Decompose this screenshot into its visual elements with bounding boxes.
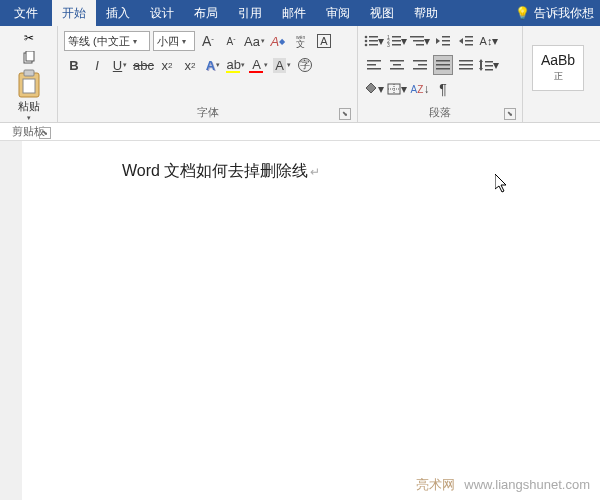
- svg-rect-43: [480, 62, 482, 68]
- document-text[interactable]: Word 文档如何去掉删除线: [122, 162, 308, 179]
- paragraph-launcher-icon[interactable]: ⬊: [504, 108, 516, 120]
- svg-rect-1: [26, 51, 34, 61]
- shrink-font-icon[interactable]: Aˇ: [221, 31, 241, 51]
- increase-indent-icon[interactable]: [456, 31, 476, 51]
- svg-rect-30: [367, 68, 381, 70]
- svg-rect-3: [24, 70, 34, 76]
- menu-tab-insert[interactable]: 插入: [96, 0, 140, 26]
- svg-rect-33: [390, 68, 404, 70]
- svg-rect-36: [413, 68, 427, 70]
- menu-tab-help[interactable]: 帮助: [404, 0, 448, 26]
- tell-me-label: 告诉我你想: [534, 5, 594, 22]
- bullets-icon[interactable]: ▾: [364, 31, 384, 51]
- align-right-icon[interactable]: [410, 55, 430, 75]
- group-paragraph-title: 段落 ⬊: [362, 103, 518, 122]
- group-paragraph: ▾ 123▾ ▾ A↕▾: [358, 26, 523, 122]
- svg-rect-18: [392, 44, 401, 46]
- menu-tab-home[interactable]: 开始: [52, 0, 96, 26]
- document-page[interactable]: Word 文档如何去掉删除线↵: [22, 141, 600, 500]
- clipboard-launcher-icon[interactable]: ⬊: [39, 127, 51, 139]
- asian-layout-icon[interactable]: A↕▾: [479, 31, 499, 51]
- paste-button[interactable]: 粘贴 ▾: [10, 69, 48, 122]
- tell-me[interactable]: 💡 告诉我你想: [509, 0, 600, 26]
- svg-rect-22: [442, 36, 450, 38]
- bold-button[interactable]: B: [64, 55, 84, 75]
- svg-rect-34: [413, 60, 427, 62]
- show-marks-icon[interactable]: ¶: [433, 79, 453, 99]
- svg-rect-24: [442, 44, 450, 46]
- char-border-icon[interactable]: A: [314, 31, 334, 51]
- menu-file[interactable]: 文件: [0, 0, 52, 26]
- italic-button[interactable]: I: [87, 55, 107, 75]
- superscript-button[interactable]: x2: [180, 55, 200, 75]
- svg-rect-27: [465, 44, 473, 46]
- align-left-icon[interactable]: [364, 55, 384, 75]
- distribute-icon[interactable]: [456, 55, 476, 75]
- svg-text:文: 文: [296, 39, 305, 48]
- group-clipboard: ✂ 粘贴 ▾ 剪贴板 ⬊: [0, 26, 58, 122]
- menu-tab-layout[interactable]: 布局: [184, 0, 228, 26]
- phonetic-guide-icon[interactable]: wén文: [291, 31, 311, 51]
- svg-rect-35: [418, 64, 427, 66]
- svg-rect-4: [23, 79, 35, 93]
- svg-rect-26: [465, 40, 473, 42]
- svg-point-11: [365, 44, 368, 47]
- menu-tab-view[interactable]: 视图: [360, 0, 404, 26]
- numbering-icon[interactable]: 123▾: [387, 31, 407, 51]
- group-font: 等线 (中文正▾ 小四▾ Aˆ Aˇ Aa▾ A◆ wén文 A B I U▾ …: [58, 26, 358, 122]
- subscript-button[interactable]: x2: [157, 55, 177, 75]
- grow-font-icon[interactable]: Aˆ: [198, 31, 218, 51]
- borders-icon[interactable]: ▾: [387, 79, 407, 99]
- watermark-url: www.liangshunet.com: [464, 477, 590, 492]
- svg-point-9: [365, 40, 368, 43]
- align-center-icon[interactable]: [387, 55, 407, 75]
- style-normal[interactable]: AaBb 正: [532, 45, 584, 91]
- menu-tab-mailings[interactable]: 邮件: [272, 0, 316, 26]
- sort-icon[interactable]: AZ↓: [410, 79, 430, 99]
- svg-rect-37: [436, 60, 450, 62]
- align-justify-icon[interactable]: [433, 55, 453, 75]
- svg-rect-16: [392, 40, 401, 42]
- cut-icon[interactable]: ✂: [20, 29, 38, 47]
- change-case-icon[interactable]: Aa▾: [244, 31, 265, 51]
- copy-icon[interactable]: [20, 49, 38, 67]
- svg-rect-12: [369, 44, 378, 46]
- char-shading-icon[interactable]: A▾: [272, 55, 292, 75]
- decrease-indent-icon[interactable]: [433, 31, 453, 51]
- multilevel-list-icon[interactable]: ▾: [410, 31, 430, 51]
- svg-rect-32: [393, 64, 401, 66]
- svg-point-7: [365, 36, 368, 39]
- svg-rect-14: [392, 36, 401, 38]
- shading-icon[interactable]: ▾: [364, 79, 384, 99]
- svg-rect-41: [459, 64, 473, 66]
- ruler[interactable]: [0, 123, 600, 141]
- group-styles-title: [527, 106, 589, 122]
- doc-left-margin: [0, 141, 22, 500]
- font-color-icon[interactable]: A▾: [249, 55, 269, 75]
- enclose-char-icon[interactable]: 字: [295, 55, 315, 75]
- font-name-combo[interactable]: 等线 (中文正▾: [64, 31, 150, 51]
- svg-rect-46: [485, 69, 493, 71]
- line-spacing-icon[interactable]: ▾: [479, 55, 499, 75]
- svg-rect-42: [459, 68, 473, 70]
- bulb-icon: 💡: [515, 6, 530, 20]
- font-size-combo[interactable]: 小四▾: [153, 31, 195, 51]
- text-effects-icon[interactable]: A▾: [203, 55, 223, 75]
- svg-rect-38: [436, 64, 450, 66]
- highlight-icon[interactable]: ab▾: [226, 55, 246, 75]
- clear-format-icon[interactable]: A◆: [268, 31, 288, 51]
- menu-tab-references[interactable]: 引用: [228, 0, 272, 26]
- group-font-title: 字体 ⬊: [62, 103, 353, 122]
- svg-rect-40: [459, 60, 473, 62]
- svg-text:3: 3: [387, 42, 390, 47]
- underline-button[interactable]: U▾: [110, 55, 130, 75]
- menu-tab-design[interactable]: 设计: [140, 0, 184, 26]
- svg-rect-19: [410, 36, 424, 38]
- group-styles: AaBb 正: [523, 26, 593, 122]
- font-launcher-icon[interactable]: ⬊: [339, 108, 351, 120]
- strikethrough-button[interactable]: abc: [133, 55, 154, 75]
- ribbon: ✂ 粘贴 ▾ 剪贴板 ⬊ 等线 (中文正▾ 小四▾ Aˆ Aˇ: [0, 26, 600, 123]
- menu-bar: 文件 开始 插入 设计 布局 引用 邮件 审阅 视图 帮助 💡 告诉我你想: [0, 0, 600, 26]
- menu-tab-review[interactable]: 审阅: [316, 0, 360, 26]
- svg-rect-39: [436, 68, 450, 70]
